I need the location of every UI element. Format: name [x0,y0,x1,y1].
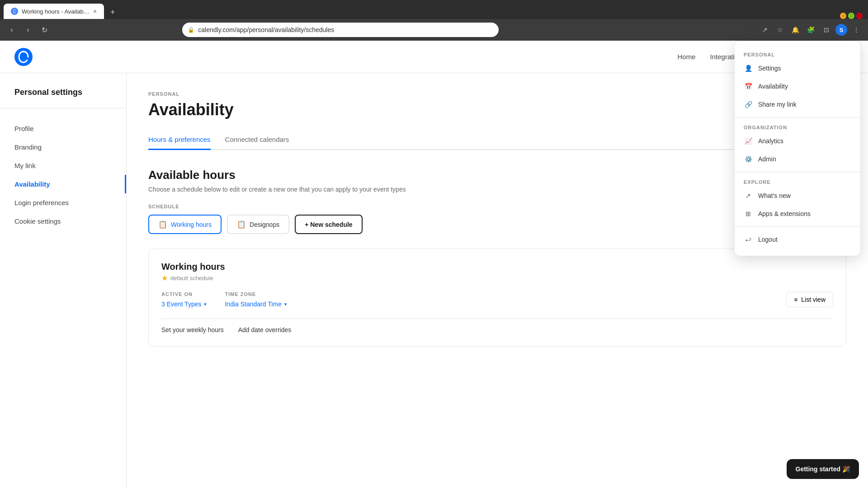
timezone-column: TIME ZONE India Standard Time ▾ [225,291,287,308]
account-dropdown-menu: PERSONAL 👤 Settings 📅 Availability 🔗 Sha… [734,41,861,256]
calendar-icon: 📅 [744,82,753,91]
bookmark-button[interactable]: ☆ [774,23,787,36]
tab-connected-calendars[interactable]: Connected calendars [225,130,289,150]
dropdown-divider-2 [735,172,860,172]
dropdown-share-link[interactable]: 🔗 Share my link [735,95,860,113]
sidebar-item-branding[interactable]: Branding [0,138,126,156]
link-icon: 🔗 [744,100,753,109]
reload-button[interactable]: ↻ [38,23,51,36]
card-bottom: Set your weekly hours Add date overrides [161,319,833,333]
chart-icon: 📈 [744,136,753,145]
add-date-overrides[interactable]: Add date overrides [238,326,292,333]
sidebar: Personal settings Profile Branding My li… [0,73,127,488]
sidebar-divider [0,108,126,108]
dropdown-explore-label: EXPLORE [735,176,860,187]
lock-icon: 🔒 [188,27,194,33]
share-button[interactable]: ↗ [759,23,771,36]
card-columns: ACTIVE ON 3 Event Types ▾ TIME ZONE Indi… [161,291,833,308]
tab-hours-preferences[interactable]: Hours & preferences [148,130,211,150]
logout-icon: ⮐ [744,235,753,244]
browser-nav: ‹ › ↻ 🔒 calendly.com/app/personal/availa… [0,19,868,41]
url-text: calendly.com/app/personal/availability/s… [198,26,493,33]
sidebar-item-login-preferences[interactable]: Login preferences [0,193,126,212]
event-types-chevron-icon: ▾ [204,301,207,307]
working-hours-schedule-btn[interactable]: 📋 Working hours [148,215,222,234]
dropdown-admin[interactable]: ⚙️ Admin [735,150,860,168]
schedule-icon: 📋 [158,220,167,229]
designops-schedule-btn[interactable]: 📋 Designops [227,215,289,234]
minimize-button[interactable]: − [840,13,846,19]
new-tab-button[interactable]: + [106,5,119,19]
dropdown-settings[interactable]: 👤 Settings [735,59,860,77]
back-button[interactable]: ‹ [5,23,18,36]
card-default: ★ default schedule [161,274,833,282]
address-bar[interactable]: 🔒 calendly.com/app/personal/availability… [182,23,499,37]
menu-button[interactable]: ⋮ [850,23,863,36]
tab-favicon: C [11,8,18,15]
window-controls: − □ × [840,13,863,19]
sidebar-item-cookie-settings[interactable]: Cookie settings [0,212,126,230]
set-weekly-hours[interactable]: Set your weekly hours [161,326,224,333]
layout-button[interactable]: ⊡ [820,23,833,36]
dropdown-analytics[interactable]: 📈 Analytics [735,132,860,150]
close-button[interactable]: × [856,13,863,19]
extension-button[interactable]: 🧩 [805,23,817,36]
star-icon: ★ [161,274,168,282]
dropdown-divider-1 [735,117,860,117]
forward-button[interactable]: › [22,23,34,36]
notification-button[interactable]: 🔔 [789,23,802,36]
gear-icon: ⚙️ [744,155,753,164]
sidebar-item-my-link[interactable]: My link [0,156,126,175]
browser-chrome: C Working hours - Available hours × + − … [0,0,868,41]
dropdown-whats-new[interactable]: ↗ What's new [735,187,860,205]
sidebar-title: Personal settings [0,88,126,108]
card-title: Working hours [161,262,833,272]
person-icon: 👤 [744,64,753,73]
timezone-chevron-icon: ▾ [284,301,287,307]
sidebar-item-availability[interactable]: Availability [0,175,126,193]
dropdown-apps-extensions[interactable]: ⊞ Apps & extensions [735,205,860,223]
timezone-button[interactable]: India Standard Time ▾ [225,300,287,308]
dropdown-org-label: ORGANIZATION [735,121,860,132]
dropdown-personal-label: PERSONAL [735,48,860,59]
external-icon: ↗ [744,191,753,200]
tab-title: Working hours - Available hours [22,8,90,15]
svg-point-0 [14,48,33,66]
new-schedule-button[interactable]: + New schedule [295,215,362,234]
list-view-icon: ≡ [794,296,797,303]
home-link[interactable]: Home [678,53,696,61]
dropdown-availability[interactable]: 📅 Availability [735,77,860,95]
active-on-label: ACTIVE ON [161,291,207,297]
event-types-button[interactable]: 3 Event Types ▾ [161,300,207,308]
browser-tabs: C Working hours - Available hours × + − … [0,0,868,19]
logo[interactable] [14,48,33,66]
active-tab[interactable]: C Working hours - Available hours × [4,4,104,19]
designops-icon: 📋 [237,220,246,229]
active-on-column: ACTIVE ON 3 Event Types ▾ [161,291,207,308]
dropdown-divider-3 [735,226,860,227]
sidebar-item-profile[interactable]: Profile [0,119,126,138]
browser-profile[interactable]: S [835,24,847,36]
browser-actions: ↗ ☆ 🔔 🧩 ⊡ S ⋮ [759,23,863,36]
schedule-card: Working hours ★ default schedule ACTIVE … [148,249,846,347]
maximize-button[interactable]: □ [848,13,854,19]
getting-started-button[interactable]: Getting started 🎉 [787,459,859,479]
list-view-button[interactable]: ≡ List view [786,292,833,307]
dropdown-logout[interactable]: ⮐ Logout [735,230,860,249]
logo-icon [14,48,33,66]
grid-icon: ⊞ [744,209,753,218]
tab-close-button[interactable]: × [93,8,97,15]
timezone-label: TIME ZONE [225,291,287,297]
